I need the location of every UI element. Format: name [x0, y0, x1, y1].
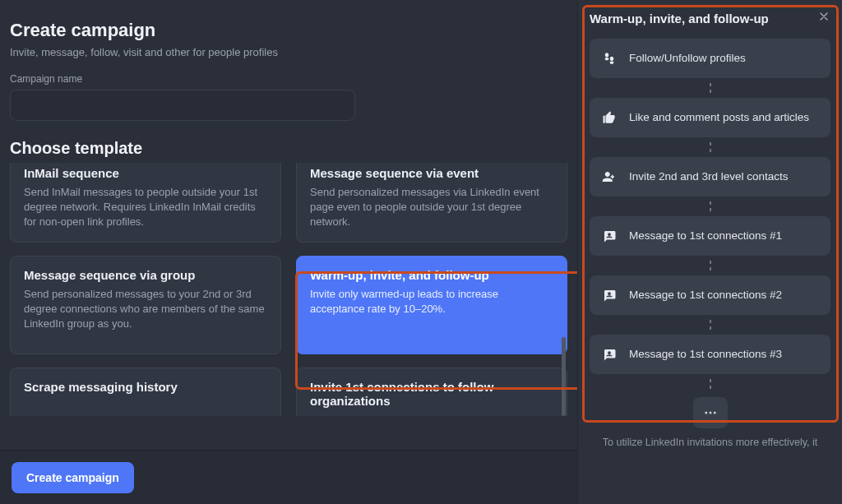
chat-person-icon — [601, 346, 618, 363]
step-connector — [590, 374, 830, 394]
panel-footer-text: To utilize LinkedIn invitations more eff… — [590, 428, 830, 448]
template-card-inmail[interactable]: InMail sequence Send InMail messages to … — [10, 163, 281, 243]
step-label: Like and comment posts and articles — [629, 110, 809, 125]
workflow-step[interactable]: Message to 1st connections #3 — [590, 335, 830, 374]
choose-template-heading: Choose template — [10, 139, 567, 158]
panel-title: Warm-up, invite, and follow-up — [590, 12, 830, 25]
step-label: Message to 1st connections #2 — [629, 288, 782, 303]
chat-person-icon — [601, 287, 618, 303]
footsteps-icon — [601, 50, 618, 67]
chat-person-icon — [601, 228, 618, 244]
template-title: InMail sequence — [24, 166, 267, 180]
person-plus-icon — [601, 169, 618, 185]
step-connector — [590, 137, 830, 157]
step-label: Follow/Unfollow profiles — [629, 51, 746, 66]
template-desc: Send personalized messages to your 2nd o… — [24, 287, 267, 332]
template-title: Invite 1st connections to follow organiz… — [310, 380, 553, 408]
step-connector — [590, 256, 830, 275]
templates-scrollbar[interactable] — [562, 337, 566, 416]
close-icon[interactable] — [817, 10, 830, 26]
template-card-msg-group[interactable]: Message sequence via group Send personal… — [10, 256, 281, 354]
workflow-step[interactable]: Follow/Unfollow profiles — [590, 39, 830, 78]
template-title: Message sequence via event — [310, 166, 553, 180]
campaign-name-label: Campaign name — [10, 73, 567, 85]
workflow-step[interactable]: Like and comment posts and articles — [590, 98, 830, 137]
step-label: Message to 1st connections #3 — [629, 347, 782, 362]
template-desc: Invite only warmed-up leads to increase … — [310, 287, 553, 317]
template-desc: Send personalized messages via LinkedIn … — [310, 185, 553, 230]
step-label: Message to 1st connections #1 — [629, 229, 782, 243]
template-card-warmup[interactable]: Warm-up, invite, and follow-up Invite on… — [296, 256, 567, 354]
workflow-step[interactable]: Invite 2nd and 3rd level contacts — [590, 157, 830, 197]
template-card-msg-event[interactable]: Message sequence via event Send personal… — [296, 163, 567, 243]
step-connector — [590, 197, 830, 216]
template-title: Message sequence via group — [24, 268, 267, 282]
template-desc: Send InMail messages to people outside y… — [24, 185, 267, 230]
step-connector — [590, 78, 830, 98]
template-card-scrape[interactable]: Scrape messaging history — [10, 368, 281, 416]
create-campaign-button[interactable]: Create campaign — [12, 462, 134, 493]
workflow-step[interactable]: Message to 1st connections #1 — [590, 216, 830, 256]
campaign-name-input[interactable] — [10, 90, 355, 121]
step-label: Invite 2nd and 3rd level contacts — [629, 169, 789, 184]
workflow-step[interactable]: Message to 1st connections #2 — [590, 275, 830, 315]
template-title: Warm-up, invite, and follow-up — [310, 268, 553, 282]
template-card-invite-org[interactable]: Invite 1st connections to follow organiz… — [296, 368, 567, 416]
more-steps-button[interactable] — [693, 397, 728, 428]
template-title: Scrape messaging history — [24, 380, 267, 394]
thumbs-up-icon — [601, 109, 618, 126]
page-subtitle: Invite, message, follow, visit and other… — [10, 46, 567, 58]
page-title: Create campaign — [10, 20, 567, 41]
step-connector — [590, 315, 830, 335]
